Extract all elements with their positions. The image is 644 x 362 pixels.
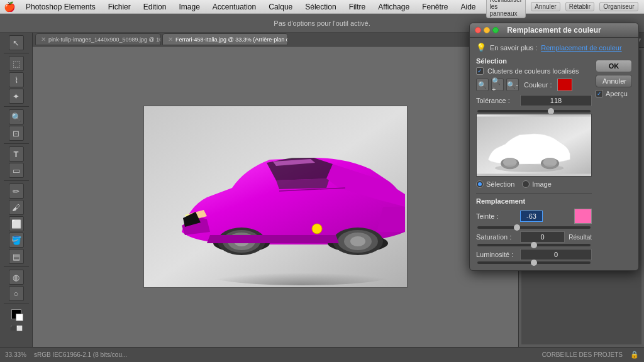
eyedropper-btn-3[interactable]: 🔍- bbox=[506, 79, 519, 91]
tool-shape[interactable]: ▭ bbox=[9, 163, 24, 178]
menu-edition[interactable]: Edition bbox=[141, 3, 169, 11]
tolerance-row: Tolérance : 118 bbox=[476, 95, 592, 106]
section-divider bbox=[476, 193, 592, 194]
tool-marquee[interactable]: ⬚ bbox=[9, 56, 24, 71]
clusters-label: Clusters de couleurs localisés bbox=[487, 67, 579, 75]
foreground-background-colors[interactable] bbox=[11, 309, 21, 319]
menu-accentuation[interactable]: Accentuation bbox=[210, 3, 258, 11]
saturation-value[interactable]: 0 bbox=[520, 231, 565, 243]
tab-ferrari[interactable]: ✕ Ferrari-458-Italia.jpg @ 33.3% (Arrièr… bbox=[162, 33, 288, 45]
menu-fenetre[interactable]: Fenêtre bbox=[419, 3, 450, 11]
teinte-value[interactable]: -63 bbox=[520, 211, 543, 222]
tool-pencil[interactable]: ✏ bbox=[9, 184, 24, 199]
tool-crop[interactable]: ⊡ bbox=[9, 126, 24, 141]
tab-close-ferrari[interactable]: ✕ bbox=[168, 36, 173, 43]
tool-brush[interactable]: 🖌 bbox=[9, 200, 24, 215]
tool-blur[interactable]: ◍ bbox=[9, 270, 24, 285]
menubar: 🍎 Photoshop Elements Fichier Edition Ima… bbox=[0, 0, 644, 14]
teinte-slider[interactable] bbox=[476, 226, 592, 229]
status-bar: 33.33% sRGB IEC61966-2.1 (8 bits/cou... … bbox=[0, 347, 644, 362]
dialog-title: Remplacement de couleur bbox=[507, 26, 601, 35]
color-swatch[interactable] bbox=[557, 79, 572, 91]
luminosite-label: Luminosité : bbox=[476, 251, 520, 258]
tool-paint-bucket[interactable]: 🪣 bbox=[9, 233, 24, 248]
dialog-body: 💡 En savoir plus : Remplacement de coule… bbox=[470, 38, 638, 270]
color-replace-dialog[interactable]: Remplacement de couleur 💡 En savoir plus… bbox=[469, 23, 639, 271]
clusters-checkbox[interactable] bbox=[476, 67, 484, 75]
cancel-button-top[interactable]: Annuler bbox=[531, 2, 560, 11]
retablir-button[interactable]: Rétablir bbox=[565, 2, 594, 11]
dialog-maximize-button[interactable] bbox=[492, 27, 499, 33]
tool-default-colors[interactable]: ⬛⬜ bbox=[10, 326, 23, 331]
tabs-bar: ✕ pink-tulip-images_1440x900_50989.jpg @… bbox=[33, 33, 518, 47]
color-profile: sRGB IEC61966-2.1 (8 bits/cou... bbox=[34, 351, 127, 358]
tool-eraser[interactable]: ⬜ bbox=[9, 216, 24, 231]
tool-eyedropper[interactable]: 🔍 bbox=[9, 109, 24, 124]
tool-move[interactable]: ↖ bbox=[9, 35, 24, 50]
radio-selection-label: Sélection bbox=[486, 180, 514, 188]
ok-button[interactable]: OK bbox=[596, 60, 632, 72]
apercu-checkbox[interactable] bbox=[596, 90, 603, 97]
info-link[interactable]: Remplacement de couleur bbox=[541, 44, 621, 52]
organiser-button[interactable]: Organiseur bbox=[599, 2, 638, 11]
ferrari-car-svg bbox=[144, 106, 408, 288]
tolerance-value[interactable]: 118 bbox=[520, 95, 592, 106]
radio-selection-btn[interactable] bbox=[476, 180, 484, 188]
tool-separator-6 bbox=[4, 304, 29, 304]
dialog-close-button[interactable] bbox=[475, 27, 481, 33]
tool-dodge[interactable]: ○ bbox=[9, 286, 24, 301]
eyedropper-btn-2[interactable]: 🔍+ bbox=[491, 79, 504, 91]
eyedropper-btn-1[interactable]: 🔍 bbox=[476, 79, 489, 91]
tab-tulip[interactable]: ✕ pink-tulip-images_1440x900_50989.jpg @… bbox=[35, 33, 161, 45]
menu-calque[interactable]: Calque bbox=[266, 3, 295, 11]
selection-section-label: Sélection bbox=[476, 57, 592, 65]
tool-separator-2 bbox=[4, 106, 29, 107]
zoom-level: 33.33% bbox=[5, 351, 26, 358]
teinte-thumb[interactable] bbox=[514, 224, 520, 231]
dialog-main-content: Sélection Clusters de couleurs localisés… bbox=[476, 57, 592, 265]
menu-image[interactable]: Image bbox=[176, 3, 202, 11]
radio-image[interactable]: Image bbox=[522, 180, 552, 188]
saturation-slider[interactable] bbox=[476, 244, 592, 246]
radio-selection[interactable]: Sélection bbox=[476, 180, 514, 188]
tool-text[interactable]: T bbox=[9, 146, 24, 162]
preview-svg bbox=[477, 114, 591, 176]
clusters-checkbox-row: Clusters de couleurs localisés bbox=[476, 67, 592, 75]
tool-separator-5 bbox=[4, 266, 29, 267]
radio-image-label: Image bbox=[532, 180, 552, 188]
tab-close-tulip[interactable]: ✕ bbox=[41, 36, 46, 43]
radio-image-btn[interactable] bbox=[522, 180, 530, 188]
saturation-track bbox=[477, 244, 591, 246]
tool-separator-3 bbox=[4, 143, 29, 144]
menu-right-section: Réinitialiser les panneaux Annuler Rétab… bbox=[486, 0, 644, 18]
menu-photoshop-elements[interactable]: Photoshop Elements bbox=[23, 3, 98, 11]
luminosite-slider[interactable] bbox=[476, 261, 592, 264]
dialog-columns: Sélection Clusters de couleurs localisés… bbox=[476, 57, 632, 265]
result-swatch[interactable] bbox=[574, 209, 592, 224]
tool-separator-1 bbox=[4, 53, 29, 53]
reset-panels-button[interactable]: Réinitialiser les panneaux bbox=[486, 0, 526, 18]
apple-menu-icon[interactable]: 🍎 bbox=[4, 1, 16, 13]
background-color[interactable] bbox=[16, 314, 23, 321]
saturation-thumb[interactable] bbox=[531, 242, 537, 248]
tool-magic-wand[interactable]: ✦ bbox=[9, 89, 24, 104]
menu-fichier[interactable]: Fichier bbox=[106, 3, 133, 11]
dialog-traffic-lights bbox=[475, 27, 499, 33]
tool-lasso[interactable]: ⌇ bbox=[9, 72, 24, 87]
luminosite-thumb[interactable] bbox=[531, 260, 537, 266]
foreground-color[interactable] bbox=[11, 309, 21, 319]
menu-filtre[interactable]: Filtre bbox=[347, 3, 369, 11]
luminosite-full-row: Luminosité : 0 bbox=[476, 249, 592, 260]
menu-aide[interactable]: Aide bbox=[458, 3, 478, 11]
dialog-buttons-column: OK Annuler Aperçu bbox=[596, 60, 632, 265]
luminosite-value[interactable]: 0 bbox=[520, 249, 592, 260]
svg-point-11 bbox=[350, 236, 365, 246]
lock-icon: 🔒 bbox=[630, 351, 639, 359]
tolerance-slider[interactable] bbox=[476, 110, 592, 112]
cancel-button[interactable]: Annuler bbox=[596, 75, 632, 87]
tool-gradient[interactable]: ▤ bbox=[9, 249, 24, 264]
menu-selection[interactable]: Sélection bbox=[303, 3, 338, 11]
preview-image bbox=[476, 114, 592, 177]
menu-affichage[interactable]: Affichage bbox=[375, 3, 412, 11]
dialog-minimize-button[interactable] bbox=[484, 27, 490, 33]
